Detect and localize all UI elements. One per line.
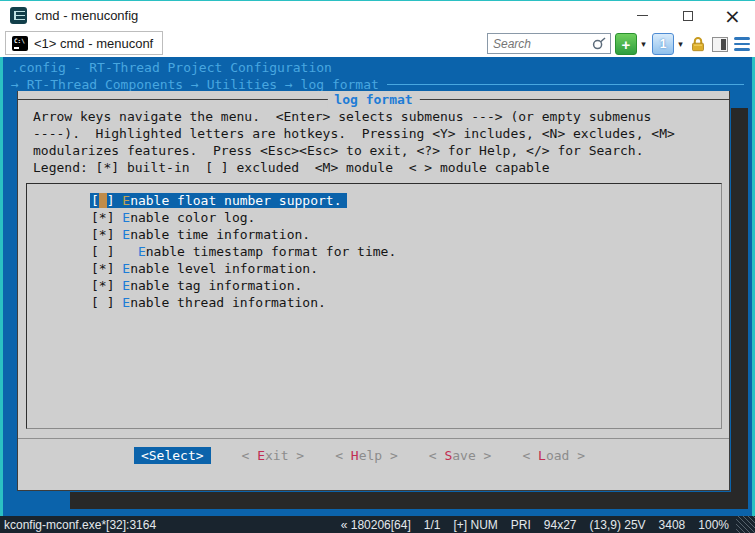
hotkey-letter: E — [122, 210, 130, 225]
minimize-icon — [637, 15, 648, 16]
hotkey-letter: E — [122, 278, 130, 293]
close-icon: × — [724, 6, 741, 26]
title-bar: cmd - menuconfig × — [0, 0, 755, 30]
maximize-button[interactable] — [665, 1, 710, 30]
conemu-window: cmd - menuconfig × <1> cmd - menuconf + … — [0, 0, 755, 533]
buttons-separator — [18, 438, 729, 439]
view-toggle-button[interactable] — [709, 33, 731, 55]
hotkey-letter: E — [257, 448, 265, 463]
console-number-button[interactable]: 1 — [652, 33, 674, 55]
breadcrumb-rule — [387, 84, 744, 85]
close-button[interactable]: × — [710, 1, 755, 30]
menu-item[interactable]: [ ] Enable timestamp format for time. — [91, 243, 721, 260]
menu-item[interactable]: [ ] Enable float number support. — [91, 192, 721, 209]
menu-item[interactable]: [*] Enable color log. — [91, 209, 721, 226]
toolbar: + ▾ 1 ▾ — [615, 33, 753, 55]
cursor-block — [99, 193, 107, 208]
window-frame-left — [0, 57, 3, 516]
cmd-icon — [12, 36, 28, 51]
exit-button[interactable]: < Exit > — [242, 447, 305, 464]
log-format-dialog: log format Arrow keys navigate the menu.… — [17, 91, 730, 491]
lock-icon — [689, 35, 707, 53]
hotkey-letter: E — [122, 295, 130, 310]
minimize-button[interactable] — [620, 1, 665, 30]
lock-button[interactable] — [687, 33, 709, 55]
hotkey-letter: E — [122, 227, 130, 242]
status-bar: kconfig-mconf.exe*[32]:3164 « 180206[64]… — [0, 516, 755, 533]
menu-item[interactable]: [*] Enable time information. — [91, 226, 721, 243]
conemu-app-icon — [10, 7, 27, 24]
menu-item[interactable]: [*] Enable level information. — [91, 260, 721, 277]
console-number-icon: 1 — [660, 35, 667, 53]
menu-list: [ ] Enable float number support.[*] Enab… — [26, 183, 722, 429]
status-item: 94x27 — [544, 518, 577, 532]
help-line: Legend: [*] built-in [ ] excluded <M> mo… — [33, 159, 675, 176]
save-button[interactable]: < Save > — [429, 447, 492, 464]
help-line: modularizes features. Press <Esc><Esc> t… — [33, 142, 675, 159]
console-list-dropdown[interactable]: ▾ — [674, 39, 687, 49]
process-label: kconfig-mconf.exe*[32]:3164 — [4, 518, 156, 532]
tab-bar: <1> cmd - menuconf + ▾ 1 ▾ — [0, 30, 755, 57]
select-button[interactable]: <Select> — [134, 447, 211, 464]
dialog-help-text: Arrow keys navigate the menu. <Enter> se… — [33, 108, 675, 176]
help-button[interactable]: < Help > — [335, 447, 398, 464]
dialog-title: log format — [327, 91, 419, 108]
hotkey-letter: S — [444, 448, 452, 463]
help-line: Arrow keys navigate the menu. <Enter> se… — [33, 108, 675, 125]
status-item: 100% — [698, 518, 729, 532]
status-item: 3408 — [659, 518, 686, 532]
tab-label: <1> cmd - menuconf — [34, 36, 153, 51]
new-console-dropdown[interactable]: ▾ — [637, 39, 650, 49]
new-console-button[interactable]: + — [615, 33, 637, 55]
hotkey-letter: L — [538, 448, 546, 463]
help-line: ----). Highlighted letters are hotkeys. … — [33, 125, 675, 142]
search-box — [487, 33, 611, 54]
search-icon[interactable] — [592, 36, 607, 51]
hotkey-letter: E — [122, 261, 130, 276]
status-item: (13,9) 25V — [590, 518, 646, 532]
dialog-shadow — [731, 108, 748, 509]
tab-cmd-menuconf[interactable]: <1> cmd - menuconf — [5, 31, 163, 55]
plus-icon: + — [622, 36, 631, 53]
status-item: « 180206[64] — [341, 518, 411, 532]
menu-item[interactable]: [*] Enable tag information. — [91, 277, 721, 294]
hotkey-letter: H — [351, 448, 359, 463]
main-menu-button[interactable] — [731, 33, 753, 55]
status-item: 1/1 — [424, 518, 441, 532]
status-items: « 180206[64]1/1[+] NUMPRI94x27(13,9) 25V… — [341, 518, 729, 532]
panel-icon — [712, 37, 728, 52]
hotkey-letter: E — [122, 193, 130, 208]
menu-item[interactable]: [ ] Enable thread information. — [91, 294, 721, 311]
dialog-shadow — [70, 492, 748, 509]
window-title: cmd - menuconfig — [35, 8, 138, 23]
status-item: [+] NUM — [453, 518, 497, 532]
dialog-buttons: <Select>< Exit >< Help >< Save >< Load > — [4, 447, 715, 464]
load-button[interactable]: < Load > — [522, 447, 585, 464]
status-item: PRI — [511, 518, 531, 532]
backtitle: .config - RT-Thread Project Configuratio… — [11, 59, 332, 76]
resize-grip[interactable] — [736, 516, 755, 533]
hotkey-letter: E — [138, 244, 146, 259]
maximize-icon — [683, 11, 693, 21]
search-input[interactable] — [488, 34, 592, 53]
hamburger-icon — [734, 37, 750, 51]
